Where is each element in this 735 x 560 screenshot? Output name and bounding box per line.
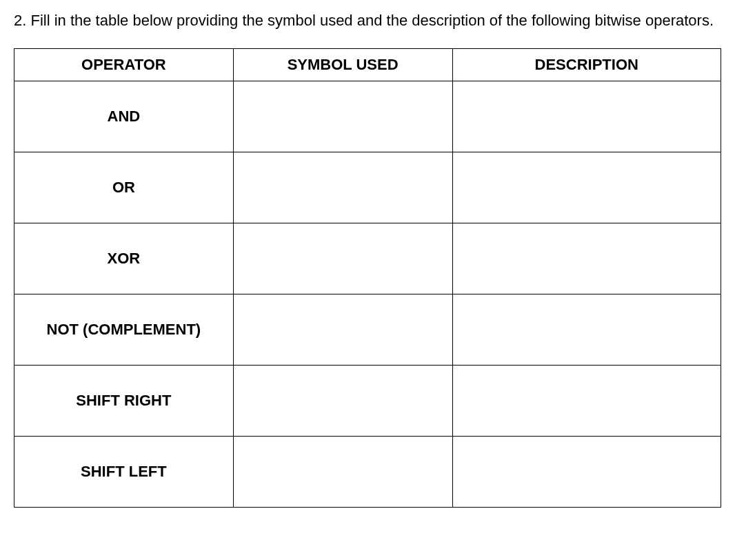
header-description: DESCRIPTION [452, 48, 721, 81]
cell-operator: AND [14, 81, 234, 152]
header-operator: OPERATOR [14, 48, 234, 81]
cell-description[interactable] [452, 436, 721, 507]
question-prompt: 2. Fill in the table below providing the… [14, 10, 721, 32]
cell-operator: SHIFT LEFT [14, 436, 234, 507]
cell-symbol[interactable] [233, 436, 452, 507]
table-row: SHIFT LEFT [14, 436, 721, 507]
cell-description[interactable] [452, 294, 721, 365]
cell-description[interactable] [452, 223, 721, 294]
cell-symbol[interactable] [233, 294, 452, 365]
cell-operator: OR [14, 152, 234, 223]
cell-symbol[interactable] [233, 152, 452, 223]
table-row: SHIFT RIGHT [14, 365, 721, 436]
cell-symbol[interactable] [233, 365, 452, 436]
cell-description[interactable] [452, 152, 721, 223]
header-symbol: SYMBOL USED [233, 48, 452, 81]
operators-table: OPERATOR SYMBOL USED DESCRIPTION AND OR … [14, 48, 721, 508]
table-header-row: OPERATOR SYMBOL USED DESCRIPTION [14, 48, 721, 81]
table-row: NOT (COMPLEMENT) [14, 294, 721, 365]
cell-description[interactable] [452, 365, 721, 436]
cell-description[interactable] [452, 81, 721, 152]
cell-operator: NOT (COMPLEMENT) [14, 294, 234, 365]
table-row: XOR [14, 223, 721, 294]
cell-symbol[interactable] [233, 81, 452, 152]
cell-operator: SHIFT RIGHT [14, 365, 234, 436]
cell-symbol[interactable] [233, 223, 452, 294]
table-row: OR [14, 152, 721, 223]
cell-operator: XOR [14, 223, 234, 294]
table-row: AND [14, 81, 721, 152]
